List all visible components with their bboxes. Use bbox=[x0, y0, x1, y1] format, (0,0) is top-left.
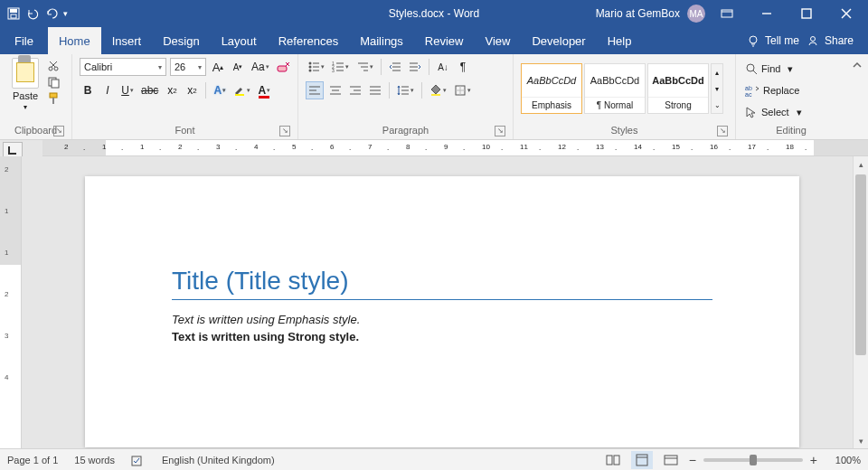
font-size-value: 26 bbox=[175, 61, 185, 72]
svg-point-12 bbox=[49, 67, 52, 70]
scroll-up-icon[interactable]: ▴ bbox=[854, 156, 868, 172]
decrease-font-icon[interactable]: A▾ bbox=[230, 58, 246, 76]
text-effects-icon[interactable]: A▾ bbox=[212, 81, 228, 99]
tab-review[interactable]: Review bbox=[414, 27, 475, 54]
page[interactable]: Title (Title style) Text is written usin… bbox=[85, 176, 799, 447]
select-button[interactable]: Select▾ bbox=[743, 103, 804, 121]
user-avatar[interactable]: MA bbox=[687, 5, 705, 23]
vertical-scrollbar[interactable]: ▴ ▾ bbox=[853, 156, 868, 448]
zoom-out-icon[interactable]: − bbox=[689, 453, 696, 467]
align-center-icon[interactable] bbox=[327, 81, 344, 99]
tell-me-search[interactable]: Tell me bbox=[747, 34, 799, 47]
svg-rect-20 bbox=[278, 66, 287, 71]
expand-gallery-icon[interactable]: ⌄ bbox=[712, 97, 722, 113]
collapse-ribbon-icon[interactable] bbox=[846, 54, 868, 139]
status-language[interactable]: English (United Kingdom) bbox=[162, 455, 275, 465]
cut-icon[interactable] bbox=[47, 60, 60, 72]
tab-references[interactable]: References bbox=[268, 27, 349, 54]
strikethrough-button[interactable]: abc bbox=[139, 81, 160, 99]
status-word-count[interactable]: 15 words bbox=[74, 455, 115, 465]
tab-layout[interactable]: Layout bbox=[211, 27, 268, 54]
styles-dialog-launcher[interactable]: ↘ bbox=[717, 126, 728, 136]
subscript-button[interactable]: x2 bbox=[164, 81, 180, 99]
font-dialog-launcher[interactable]: ↘ bbox=[279, 126, 290, 136]
borders-icon[interactable]: ▾ bbox=[452, 81, 473, 99]
user-name[interactable]: Mario at GemBox bbox=[596, 7, 680, 20]
styles-gallery-scroll[interactable]: ▴ ▾ ⌄ bbox=[711, 63, 723, 114]
line-spacing-icon[interactable]: ▾ bbox=[395, 81, 416, 99]
find-button[interactable]: Find▾ bbox=[743, 60, 804, 78]
tab-design[interactable]: Design bbox=[152, 27, 210, 54]
zoom-thumb[interactable] bbox=[750, 455, 757, 465]
share-button[interactable]: Share bbox=[807, 34, 854, 47]
style-strong[interactable]: AaBbCcDd Strong bbox=[647, 63, 709, 114]
font-size-combo[interactable]: 26▾ bbox=[170, 58, 206, 76]
minimize-button[interactable] bbox=[749, 0, 785, 27]
maximize-button[interactable] bbox=[788, 0, 825, 27]
tab-file[interactable]: File bbox=[0, 27, 48, 54]
increase-indent-icon[interactable] bbox=[407, 58, 423, 76]
sort-icon[interactable]: A↓ bbox=[435, 58, 451, 76]
align-left-icon[interactable] bbox=[306, 81, 324, 99]
print-layout-icon[interactable] bbox=[631, 451, 653, 469]
tab-developer[interactable]: Developer bbox=[521, 27, 596, 54]
numbering-icon[interactable]: 123▾ bbox=[330, 58, 351, 76]
copy-icon[interactable] bbox=[47, 76, 60, 89]
proofing-icon[interactable] bbox=[131, 454, 146, 466]
ribbon-options-icon[interactable] bbox=[709, 0, 745, 27]
web-layout-icon[interactable] bbox=[660, 451, 682, 469]
clipboard-dialog-launcher[interactable]: ↘ bbox=[53, 126, 64, 136]
bullets-icon[interactable]: ▾ bbox=[306, 58, 326, 76]
document-line-emphasis[interactable]: Text is written using Emphasis style. bbox=[172, 313, 712, 326]
tab-home[interactable]: Home bbox=[48, 27, 101, 54]
status-page[interactable]: Page 1 of 1 bbox=[7, 455, 58, 465]
multilevel-list-icon[interactable]: ▾ bbox=[354, 58, 375, 76]
paragraph-dialog-launcher[interactable]: ↘ bbox=[495, 126, 505, 136]
scrollbar-thumb[interactable] bbox=[855, 174, 866, 355]
tab-mailings[interactable]: Mailings bbox=[349, 27, 414, 54]
lightbulb-icon bbox=[747, 34, 760, 47]
zoom-slider[interactable] bbox=[703, 458, 803, 462]
clear-formatting-icon[interactable] bbox=[275, 58, 293, 76]
align-right-icon[interactable] bbox=[347, 81, 363, 99]
ruler-vertical[interactable]: 211234 bbox=[0, 156, 22, 448]
show-marks-icon[interactable]: ¶ bbox=[455, 58, 471, 76]
scroll-down-icon[interactable]: ▾ bbox=[712, 80, 722, 97]
format-painter-icon[interactable] bbox=[47, 92, 60, 105]
scroll-down-icon[interactable]: ▾ bbox=[854, 433, 868, 448]
change-case-icon[interactable]: Aa▾ bbox=[250, 58, 271, 76]
svg-rect-18 bbox=[50, 93, 57, 98]
font-name-combo[interactable]: Calibri▾ bbox=[80, 58, 166, 76]
replace-button[interactable]: abacReplace bbox=[743, 81, 804, 99]
paste-button[interactable]: Paste ▾ bbox=[7, 58, 43, 111]
style-emphasis[interactable]: AaBbCcDd Emphasis bbox=[521, 63, 582, 114]
justify-icon[interactable] bbox=[367, 81, 383, 99]
close-button[interactable] bbox=[828, 0, 864, 27]
shading-icon[interactable]: ▾ bbox=[428, 81, 448, 99]
paste-icon bbox=[12, 58, 39, 89]
superscript-button[interactable]: x2 bbox=[184, 81, 200, 99]
font-color-icon[interactable]: A▾ bbox=[256, 81, 272, 99]
svg-point-8 bbox=[750, 36, 757, 43]
underline-button[interactable]: U▾ bbox=[119, 81, 136, 99]
zoom-in-icon[interactable]: + bbox=[810, 453, 817, 467]
bold-button[interactable]: B bbox=[80, 81, 96, 99]
zoom-level[interactable]: 100% bbox=[825, 455, 861, 465]
ruler-horizontal[interactable]: 2·1·1·2·3·4·5·6·7·8·9·10·11·12·13·14·15·… bbox=[42, 140, 868, 156]
read-mode-icon[interactable] bbox=[602, 451, 624, 469]
find-icon bbox=[745, 62, 758, 75]
scroll-up-icon[interactable]: ▴ bbox=[712, 64, 722, 80]
document-title[interactable]: Title (Title style) bbox=[172, 267, 712, 300]
ribbon: Paste ▾ Clipboard↘ Calibri▾ 26▾ A▴ A▾ Aa… bbox=[0, 54, 868, 140]
svg-rect-3 bbox=[722, 10, 732, 17]
tab-help[interactable]: Help bbox=[597, 27, 643, 54]
tab-view[interactable]: View bbox=[474, 27, 521, 54]
decrease-indent-icon[interactable] bbox=[387, 58, 403, 76]
document-line-strong[interactable]: Text is written using Strong style. bbox=[172, 330, 712, 343]
italic-button[interactable]: I bbox=[99, 81, 116, 99]
style-normal[interactable]: AaBbCcDd ¶ Normal bbox=[584, 63, 646, 114]
svg-rect-17 bbox=[52, 80, 59, 88]
increase-font-icon[interactable]: A▴ bbox=[210, 58, 226, 76]
highlight-icon[interactable]: ▾ bbox=[231, 81, 252, 99]
tab-insert[interactable]: Insert bbox=[101, 27, 153, 54]
